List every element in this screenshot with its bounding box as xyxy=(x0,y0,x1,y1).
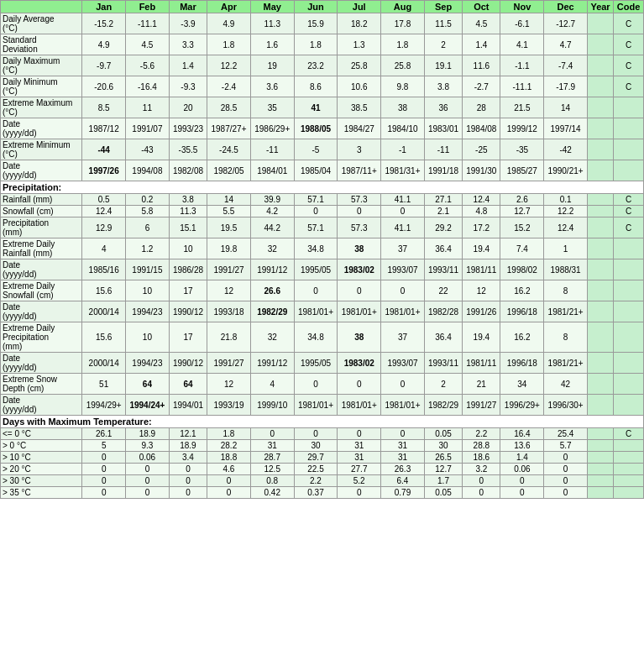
cell-value: 34.8 xyxy=(294,238,338,259)
table-row: Daily Minimum (°C)-20.6-16.4-9.3-2.43.68… xyxy=(1,76,644,97)
cell-value: 1987/11+ xyxy=(338,160,381,181)
cell-value: 57.1 xyxy=(294,194,338,206)
cell-value: 36.4 xyxy=(424,238,462,259)
row-label: Extreme Daily Precipitation (mm) xyxy=(1,322,82,353)
cell-value: 1982/05 xyxy=(207,160,251,181)
table-row: Extreme Daily Precipitation (mm)15.61017… xyxy=(1,322,644,353)
cell-value: 1.4 xyxy=(463,34,500,55)
cell-value: 38 xyxy=(338,238,381,259)
cell-value: 3 xyxy=(338,139,381,160)
header-label xyxy=(1,1,82,13)
row-label: > 20 °C xyxy=(1,464,82,475)
cell-value: 36 xyxy=(424,97,462,118)
cell-value: 1998/02 xyxy=(500,259,544,280)
cell-value: 28.8 xyxy=(463,440,500,452)
table-row: Date (yyyy/dd)1997/261994/081982/081982/… xyxy=(1,160,644,181)
row-label: <= 0 °C xyxy=(1,428,82,440)
cell-value: 2000/14 xyxy=(82,301,126,322)
cell-value: 6.4 xyxy=(381,475,425,487)
cell-value: 0 xyxy=(338,280,381,301)
cell-value: 0 xyxy=(544,475,588,487)
cell-value: -9.7 xyxy=(82,55,126,76)
row-label: Snowfall (cm) xyxy=(1,206,82,217)
cell-value xyxy=(587,353,613,374)
cell-value: -11 xyxy=(250,139,294,160)
cell-value: 11.3 xyxy=(169,206,207,217)
cell-value: C xyxy=(614,13,644,34)
cell-value: 0.06 xyxy=(500,464,544,475)
cell-value: 1985/27 xyxy=(500,160,544,181)
cell-value xyxy=(614,464,644,475)
cell-value: 1983/02 xyxy=(338,259,381,280)
cell-value: 2.6 xyxy=(500,194,544,206)
cell-value: 9.3 xyxy=(126,440,170,452)
cell-value: 30 xyxy=(294,440,338,452)
cell-value: 2.1 xyxy=(424,206,462,217)
cell-value: -11 xyxy=(424,139,462,160)
cell-value: 0 xyxy=(126,475,170,487)
cell-value: 28 xyxy=(463,97,500,118)
row-label: Date (yyyy/dd) xyxy=(1,160,82,181)
cell-value: 12.4 xyxy=(463,194,500,206)
cell-value: 12.7 xyxy=(500,206,544,217)
cell-value: 1.6 xyxy=(250,34,294,55)
cell-value xyxy=(587,487,613,499)
cell-value: 0 xyxy=(463,475,500,487)
cell-value: 1991/07 xyxy=(126,118,170,139)
cell-value: 1981/31+ xyxy=(381,160,425,181)
cell-value xyxy=(614,118,644,139)
cell-value xyxy=(587,475,613,487)
cell-value: 1993/19 xyxy=(207,395,251,416)
cell-value xyxy=(587,322,613,353)
header-aug: Aug xyxy=(381,1,425,13)
cell-value: 1994/24+ xyxy=(126,395,170,416)
cell-value: 0 xyxy=(338,374,381,395)
cell-value: C xyxy=(614,76,644,97)
cell-value: 10 xyxy=(126,280,170,301)
cell-value: 17.2 xyxy=(463,217,500,238)
cell-value: 1.8 xyxy=(207,34,251,55)
cell-value: 4.9 xyxy=(207,13,251,34)
row-label: Date (yyyy/dd) xyxy=(1,353,82,374)
cell-value: 12.4 xyxy=(544,217,588,238)
cell-value: 0 xyxy=(463,487,500,499)
cell-value: 4.2 xyxy=(250,206,294,217)
cell-value: -11.1 xyxy=(500,76,544,97)
header-feb: Feb xyxy=(126,1,170,13)
table-row: Date (yyyy/dd)2000/141994/231990/121991/… xyxy=(1,353,644,374)
row-label: Extreme Daily Snowfall (cm) xyxy=(1,280,82,301)
cell-value: 1.3 xyxy=(338,34,381,55)
cell-value: 0 xyxy=(82,475,126,487)
cell-value: 10.6 xyxy=(338,76,381,97)
cell-value: 1.4 xyxy=(169,55,207,76)
cell-value: 1982/28 xyxy=(424,301,462,322)
cell-value: 17 xyxy=(169,280,207,301)
cell-value: 1996/30+ xyxy=(544,395,588,416)
row-label: Daily Maximum (°C) xyxy=(1,55,82,76)
cell-value: 12 xyxy=(207,280,251,301)
cell-value: 14 xyxy=(544,97,588,118)
header-nov: Nov xyxy=(500,1,544,13)
cell-value xyxy=(587,55,613,76)
table-row: Standard Deviation4.94.53.31.81.61.81.31… xyxy=(1,34,644,55)
cell-value: 2.2 xyxy=(294,475,338,487)
cell-value: 57.3 xyxy=(338,217,381,238)
cell-value: 0.5 xyxy=(82,194,126,206)
cell-value: 0 xyxy=(544,487,588,499)
cell-value: 12.7 xyxy=(424,464,462,475)
cell-value: 18.2 xyxy=(338,13,381,34)
cell-value: 1984/27 xyxy=(338,118,381,139)
cell-value xyxy=(587,301,613,322)
cell-value: 32 xyxy=(250,322,294,353)
cell-value: 0 xyxy=(381,428,425,440)
cell-value: 1991/27 xyxy=(207,259,251,280)
row-label: Precipitation (mm) xyxy=(1,217,82,238)
cell-value: 0 xyxy=(207,487,251,499)
cell-value: 28.7 xyxy=(250,452,294,464)
cell-value xyxy=(587,374,613,395)
cell-value xyxy=(587,206,613,217)
cell-value: 2.2 xyxy=(463,428,500,440)
cell-value: 38 xyxy=(381,97,425,118)
cell-value xyxy=(614,259,644,280)
cell-value: 37 xyxy=(381,322,425,353)
